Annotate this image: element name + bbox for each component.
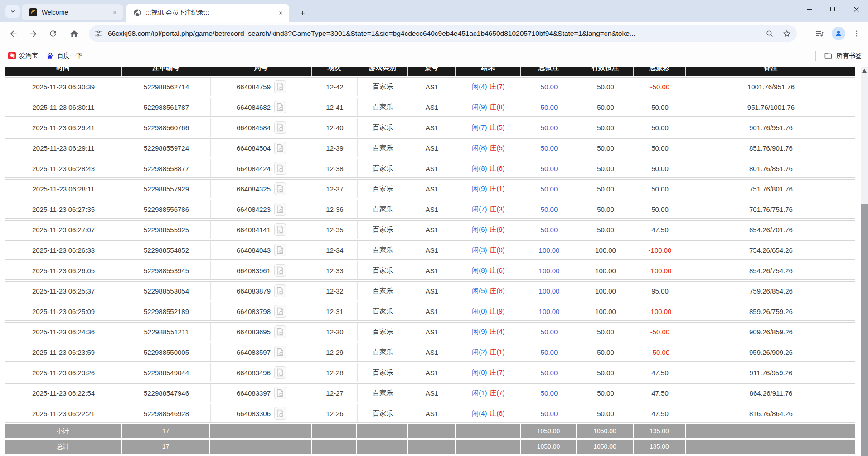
- table-row: 2025-11-23 06:22:54 522988547946 6640833…: [5, 383, 855, 402]
- bookmark-baidu[interactable]: 百度一下: [46, 52, 82, 60]
- cell-table-no: AS1: [408, 78, 456, 96]
- reload-button[interactable]: [44, 25, 62, 42]
- cell-win-loss: 95.00: [634, 282, 686, 300]
- bookmark-star-icon[interactable]: [782, 29, 791, 38]
- cell-time: 2025-11-23 06:30:39: [5, 78, 122, 96]
- cell-valid-bet: 100.00: [577, 261, 634, 279]
- cell-time: 2025-11-23 06:26:05: [5, 261, 122, 279]
- cell-round: 664083961: [211, 261, 312, 279]
- globe-icon: [133, 9, 141, 17]
- video-replay-button[interactable]: [274, 244, 286, 256]
- table-row: 2025-11-23 06:27:35 522988556786 6640842…: [5, 200, 855, 219]
- cell-total-bet: 50.00: [521, 221, 577, 239]
- round-number: 664084504: [237, 144, 271, 152]
- col-header-game-type: 游戏类别: [357, 67, 408, 76]
- cell-time: 2025-11-23 06:28:43: [5, 159, 122, 177]
- video-file-icon: [276, 266, 284, 275]
- zoom-icon[interactable]: [766, 29, 774, 38]
- video-replay-button[interactable]: [274, 162, 286, 175]
- video-replay-button[interactable]: [274, 223, 286, 236]
- site-settings-icon[interactable]: [94, 29, 102, 38]
- cell-time: 2025-11-23 06:27:35: [5, 200, 122, 218]
- minimize-button[interactable]: [797, 0, 821, 18]
- bookmark-label: 爱淘宝: [19, 52, 38, 60]
- video-replay-button[interactable]: [274, 387, 286, 399]
- cell-remark: 901.76/951.76: [686, 118, 856, 137]
- cell-bet-id: 522988558877: [122, 159, 211, 177]
- cell-remark: 701.76/751.76: [686, 200, 856, 218]
- cell-total-bet: 50.00: [521, 200, 577, 218]
- cell-remark: 909.26/859.26: [686, 323, 856, 341]
- scroll-up-button[interactable]: [861, 67, 868, 74]
- home-button[interactable]: [65, 25, 82, 42]
- video-replay-button[interactable]: [274, 346, 286, 358]
- maximize-button[interactable]: [821, 0, 844, 18]
- cell-valid-bet: 100.00: [577, 282, 634, 300]
- cell-total-bet: 50.00: [521, 323, 577, 341]
- video-replay-button[interactable]: [274, 366, 286, 379]
- tab-welcome[interactable]: Welcome: [22, 4, 123, 20]
- col-header-payout: 总派彩: [634, 67, 686, 76]
- round-number: 664084759: [237, 83, 271, 91]
- cell-game-type: 百家乐: [358, 118, 408, 137]
- cell-game-type: 百家乐: [358, 282, 408, 300]
- table-header-row: 时间 注单编号 局号 场次 游戏类别 桌号 结果 总投注 有效投注 总派彩 备注: [5, 67, 855, 76]
- cell-table-no: AS1: [408, 323, 456, 341]
- tab-bet-records[interactable]: :::视讯 会员下注纪录:::: [126, 4, 289, 22]
- tab-close-icon[interactable]: [111, 8, 119, 16]
- page-scrollbar[interactable]: [861, 67, 868, 456]
- media-controls-icon[interactable]: [815, 29, 824, 39]
- cell-win-loss: 50.00: [634, 98, 686, 116]
- cell-total-bet: 50.00: [521, 363, 577, 382]
- cell-game-type: 百家乐: [358, 221, 408, 239]
- cell-game-type: 百家乐: [358, 404, 408, 422]
- plus-icon: [299, 10, 306, 16]
- video-file-icon: [276, 103, 284, 111]
- forward-button[interactable]: [24, 25, 42, 42]
- video-replay-button[interactable]: [274, 284, 286, 297]
- table-row: 2025-11-23 06:23:59 522988550005 6640835…: [5, 343, 855, 362]
- new-tab-button[interactable]: [296, 6, 309, 20]
- result-banker: 庄(6): [490, 266, 505, 275]
- browser-menu-icon[interactable]: [853, 29, 861, 38]
- url-text[interactable]: 66cxkj98.com/ipl/portal.php/game/betreco…: [108, 29, 766, 38]
- video-file-icon: [276, 123, 284, 132]
- close-window-button[interactable]: [844, 0, 868, 18]
- cell-result: 闲(8) 庄(5): [456, 139, 521, 157]
- round-number: 664084682: [237, 103, 271, 111]
- cell-result: 闲(6) 庄(9): [456, 221, 521, 239]
- cell-valid-bet: 50.00: [577, 98, 634, 116]
- forward-arrow-icon: [29, 29, 38, 39]
- video-file-icon: [276, 368, 284, 377]
- video-replay-button[interactable]: [274, 407, 286, 420]
- cell-round: 664084584: [211, 118, 312, 137]
- video-replay-button[interactable]: [274, 142, 286, 154]
- video-replay-button[interactable]: [274, 182, 286, 195]
- video-replay-button[interactable]: [274, 203, 286, 216]
- video-replay-button[interactable]: [274, 325, 286, 338]
- tab-close-icon[interactable]: [276, 9, 285, 17]
- video-replay-button[interactable]: [274, 101, 286, 113]
- tab-search-button[interactable]: [5, 5, 20, 18]
- profile-avatar[interactable]: [832, 27, 845, 40]
- video-replay-button[interactable]: [274, 80, 286, 93]
- cell-round: 664083798: [211, 302, 312, 320]
- video-replay-button[interactable]: [274, 121, 286, 134]
- cell-result: 闲(4) 庄(7): [456, 78, 521, 96]
- result-player: 闲(5): [472, 287, 487, 295]
- cell-remark: 751.76/801.76: [686, 180, 856, 198]
- all-bookmarks-button[interactable]: 所有书签: [815, 44, 862, 67]
- table-row: 2025-11-23 06:25:09 522988552189 6640837…: [5, 302, 855, 321]
- col-header-total-bet: 总投注: [521, 67, 577, 76]
- video-replay-button[interactable]: [274, 305, 286, 318]
- back-button[interactable]: [5, 25, 22, 42]
- table-row: 2025-11-23 06:25:37 522988553054 6640838…: [5, 281, 855, 300]
- taobao-icon: 淘: [8, 52, 16, 59]
- scrollbar-thumb[interactable]: [861, 204, 868, 456]
- cell-round: 664084325: [211, 180, 312, 198]
- bookmark-taobao[interactable]: 淘 爱淘宝: [8, 52, 38, 60]
- video-replay-button[interactable]: [274, 264, 286, 277]
- result-player: 闲(4): [472, 409, 487, 418]
- result-player: 闲(8): [472, 266, 487, 275]
- address-bar[interactable]: 66cxkj98.com/ipl/portal.php/game/betreco…: [89, 25, 797, 42]
